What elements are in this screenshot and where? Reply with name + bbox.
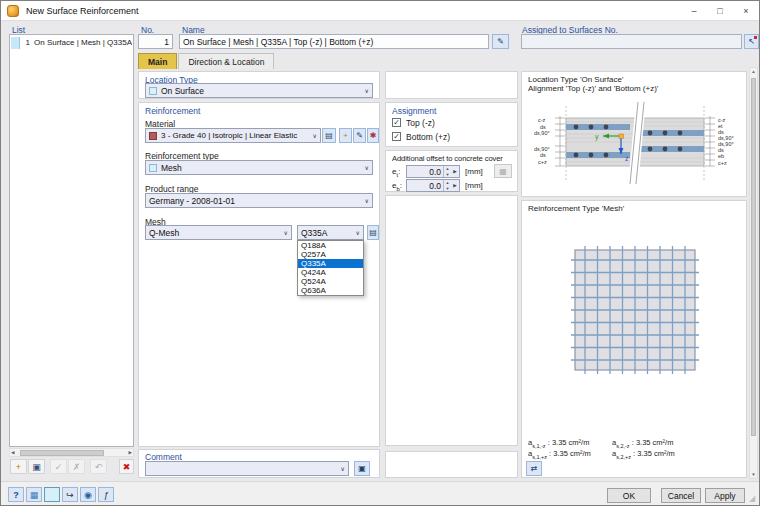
titlebar: New Surface Reinforcement – □ × [1, 1, 759, 21]
checkbox-top[interactable]: ✓ [392, 118, 401, 127]
help-icon: ? [13, 490, 19, 500]
mesh-group-combo[interactable]: Q-Mesh ∨ [145, 225, 292, 240]
resize-grip[interactable]: ◢ [749, 494, 755, 503]
et-options-button[interactable]: ▶ [451, 165, 460, 178]
assigned-surfaces-field[interactable] [521, 34, 742, 49]
help-button[interactable]: ? [8, 487, 24, 502]
close-button[interactable]: × [733, 1, 759, 20]
reinforcement-list: 1 On Surface | Mesh | Q335A | Top (-z) |… [9, 34, 134, 447]
function-button[interactable]: ƒ [98, 487, 114, 502]
copy-item-button[interactable]: ▣ [28, 459, 45, 474]
top-checkbox-row[interactable]: ✓ Top (-z) [392, 117, 435, 128]
pick-surfaces-button[interactable]: ↖ [744, 34, 759, 49]
delete-item-button[interactable]: ✖ [119, 459, 134, 474]
uncheck-all-button[interactable]: ✗ [68, 459, 85, 474]
preview-location-line1: Location Type 'On Surface' [528, 75, 623, 84]
mesh-library-button[interactable]: ▤ [367, 225, 379, 240]
scrollbar-thumb[interactable] [751, 78, 756, 436]
list-item[interactable]: 1 On Surface | Mesh | Q335A | Top (-z) |… [11, 36, 132, 49]
comment-notes-button[interactable]: ▣ [354, 461, 370, 476]
comment-combo[interactable]: ∨ [145, 461, 349, 476]
right-dimensions [705, 116, 715, 166]
eb-value[interactable]: 0.0 [407, 180, 443, 191]
bottom-checkbox-row[interactable]: ✓ Bottom (+z) [392, 131, 450, 142]
copy-item-icon: ▣ [32, 462, 41, 472]
area-as1-minus: as,1,-z : 3.35 cm²/m [528, 438, 589, 449]
delete-icon: ✖ [123, 462, 131, 472]
product-range-combo[interactable]: Germany - 2008-01-01 ∨ [145, 193, 373, 208]
assignment-header: Assignment [392, 106, 436, 116]
tab-direction-location[interactable]: Direction & Location [178, 53, 274, 69]
dropdown-option[interactable]: Q636A [298, 286, 363, 295]
dropdown-option[interactable]: Q188A [298, 241, 363, 250]
color-toggle-button[interactable] [44, 487, 60, 502]
dropdown-option[interactable]: Q257A [298, 250, 363, 259]
et-spinner[interactable]: 0.0 ▲▼ [406, 165, 452, 178]
view-icon: ◉ [84, 490, 92, 500]
reinforcement-panel: Reinforcement Material 3 - Grade 40 | Is… [138, 102, 380, 447]
material-parameters-button[interactable]: ✱ [367, 128, 379, 143]
jump-to-graphic-button[interactable]: ↪ [62, 487, 78, 502]
tab-main[interactable]: Main [138, 53, 177, 69]
reinforcement-preview-panel: Reinforcement Type 'Mesh' as,1,-z : 3.35… [521, 200, 747, 478]
edit-name-button[interactable]: ✎ [492, 34, 509, 49]
mesh-size-combo[interactable]: Q335A ∨ [297, 225, 364, 240]
apply-areas-button[interactable]: ⇄ [526, 461, 542, 476]
vertical-scrollbar[interactable]: ▲ ▼ [749, 67, 758, 479]
cancel-button[interactable]: Cancel [661, 488, 701, 503]
scroll-down-icon[interactable]: ▼ [750, 472, 757, 477]
svg-text:c+z: c+z [718, 160, 727, 166]
option-arrow-icon: ▶ [453, 169, 456, 174]
spin-down-icon[interactable]: ▼ [444, 172, 451, 178]
color-table-icon: ▦ [30, 490, 39, 500]
comment-panel: Comment ∨ ▣ [138, 449, 380, 478]
material-new-button[interactable]: + [339, 128, 352, 143]
svg-text:c-z: c-z [538, 117, 546, 123]
material-edit-button[interactable]: ✎ [353, 128, 366, 143]
reinforcement-type-swatch [149, 164, 157, 172]
eb-options-button[interactable]: ▶ [451, 179, 460, 192]
chevron-down-icon: ∨ [363, 164, 369, 171]
name-field[interactable]: On Surface | Mesh | Q335A | Top (-z) | B… [179, 34, 489, 49]
spinner-arrows[interactable]: ▲▼ [443, 180, 451, 191]
material-combo[interactable]: 3 - Grade 40 | Isotropic | Linear Elasti… [145, 128, 321, 143]
preview-location-line2: Alignment 'Top (-z)' and 'Bottom (+z)' [528, 84, 658, 93]
offset-calculator-button[interactable]: ▦ [494, 164, 512, 178]
apply-button[interactable]: Apply [705, 488, 745, 503]
ok-button[interactable]: OK [607, 488, 651, 503]
new-item-button[interactable]: + [10, 459, 27, 474]
top-label: Top (-z) [406, 118, 435, 128]
location-type-combo[interactable]: On Surface ∨ [145, 83, 373, 98]
no-field[interactable]: 1 [138, 34, 173, 49]
view-button[interactable]: ◉ [80, 487, 96, 502]
scroll-left-icon[interactable]: ◀ [11, 450, 14, 455]
material-library-button[interactable]: ▤ [322, 128, 336, 143]
library-icon: ▤ [325, 131, 333, 140]
et-value[interactable]: 0.0 [407, 166, 443, 177]
scroll-right-icon[interactable]: ▶ [129, 450, 132, 455]
maximize-button[interactable]: □ [707, 1, 733, 20]
scrollbar-thumb[interactable] [20, 450, 104, 456]
checkbox-bottom[interactable]: ✓ [392, 132, 401, 141]
color-table-button[interactable]: ▦ [26, 487, 42, 502]
window-title: New Surface Reinforcement [26, 6, 139, 16]
scroll-up-icon[interactable]: ▲ [750, 69, 757, 74]
reinforcement-type-combo[interactable]: Mesh ∨ [145, 160, 373, 175]
axis-y-label: y [595, 133, 599, 141]
cross-section-diagram: y z c-z ds ds,90° ds,90° ds c+z [524, 96, 746, 194]
left-dimension-labels: c-z ds ds,90° ds,90° ds c+z [534, 117, 550, 165]
dropdown-option[interactable]: Q524A [298, 277, 363, 286]
check-all-button[interactable]: ✓ [50, 459, 67, 474]
notes-icon: ▣ [358, 464, 366, 473]
list-horizontal-scrollbar[interactable]: ◀ ▶ [9, 448, 134, 457]
minimize-button[interactable]: – [681, 1, 707, 20]
left-dimensions [555, 116, 565, 166]
dropdown-option[interactable]: Q424A [298, 268, 363, 277]
spinner-arrows[interactable]: ▲▼ [443, 166, 451, 177]
dropdown-option-selected[interactable]: Q335A [298, 259, 363, 268]
undo-button[interactable]: ↶ [90, 459, 107, 474]
list-item-color-swatch [11, 37, 20, 49]
spin-down-icon[interactable]: ▼ [444, 186, 451, 192]
chevron-down-icon: ∨ [282, 229, 288, 236]
eb-spinner[interactable]: 0.0 ▲▼ [406, 179, 452, 192]
